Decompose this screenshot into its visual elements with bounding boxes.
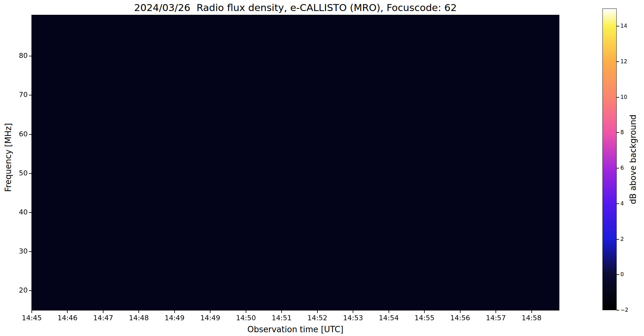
x-tick-mark (531, 310, 532, 313)
spectrogram-figure: 2024/03/26 Radio flux density, e-CALLIST… (0, 0, 644, 336)
y-tick-label: 30 (6, 247, 28, 255)
colorbar-tick-mark (617, 310, 619, 310)
colorbar-tick-mark (617, 168, 619, 168)
colorbar-tick-mark (617, 203, 619, 204)
x-tick-label: 14:48 (125, 314, 153, 322)
x-tick-mark (138, 310, 139, 313)
colorbar-tick-mark (617, 97, 619, 98)
x-tick-mark (103, 310, 104, 313)
x-tick-mark (389, 310, 389, 313)
x-tick-label: 14:55 (410, 314, 439, 322)
x-tick-mark (31, 310, 32, 313)
x-tick-label: 14:46 (53, 314, 81, 322)
colorbar (602, 9, 617, 310)
colorbar-tick-mark (617, 26, 619, 26)
y-tick-label: 60 (6, 130, 28, 138)
chart-title: 2024/03/26 Radio flux density, e-CALLIST… (32, 2, 559, 13)
x-tick-label: 14:58 (518, 314, 546, 322)
x-tick-label: 14:56 (446, 314, 474, 322)
y-tick-label: 50 (6, 169, 28, 177)
x-tick-mark (353, 310, 353, 313)
y-tick-mark (29, 95, 32, 95)
colorbar-tick-label: 12 (620, 58, 636, 65)
colorbar-tick-mark (617, 132, 619, 133)
y-tick-mark (29, 56, 32, 56)
x-tick-mark (496, 310, 496, 313)
y-tick-mark (29, 134, 32, 135)
x-tick-label: 14:53 (339, 314, 367, 322)
x-tick-label: 14:47 (89, 314, 117, 322)
y-tick-label: 40 (6, 208, 28, 216)
x-axis-label: Observation time [UTC] (32, 325, 559, 334)
colorbar-tick-label: 14 (620, 23, 636, 29)
x-tick-label: 14:54 (375, 314, 403, 322)
x-tick-mark (281, 310, 282, 313)
x-tick-label: 14:45 (18, 314, 46, 322)
y-tick-label: 70 (6, 91, 28, 99)
x-tick-label: 14:52 (303, 314, 332, 322)
colorbar-tick-mark (617, 61, 619, 62)
colorbar-tick-label: 0 (620, 271, 636, 277)
y-tick-mark (29, 173, 32, 174)
x-tick-label: 14:49 (160, 314, 189, 322)
colorbar-label: dB above background (628, 115, 638, 204)
y-tick-label: 80 (6, 52, 28, 60)
x-tick-mark (67, 310, 68, 313)
x-tick-mark (424, 310, 425, 313)
x-tick-label: 14:50 (232, 314, 260, 322)
x-tick-label: 14:49 (196, 314, 224, 322)
colorbar-tick-label: 2 (620, 236, 636, 242)
y-tick-mark (29, 290, 32, 291)
y-tick-mark (29, 212, 32, 213)
colorbar-tick-mark (617, 239, 619, 240)
x-tick-mark (174, 310, 175, 313)
x-tick-label: 14:57 (482, 314, 510, 322)
y-tick-label: 20 (6, 286, 28, 294)
x-tick-mark (460, 310, 461, 313)
x-tick-mark (210, 310, 210, 313)
x-tick-mark (317, 310, 318, 313)
colorbar-tick-mark (617, 274, 619, 275)
plot-area (31, 15, 559, 310)
colorbar-tick-label: 10 (620, 94, 636, 100)
y-tick-mark (29, 251, 32, 252)
colorbar-gradient (603, 9, 616, 310)
x-tick-mark (246, 310, 246, 313)
x-tick-label: 14:51 (267, 314, 296, 322)
colorbar-tick-label: −2 (620, 307, 636, 313)
